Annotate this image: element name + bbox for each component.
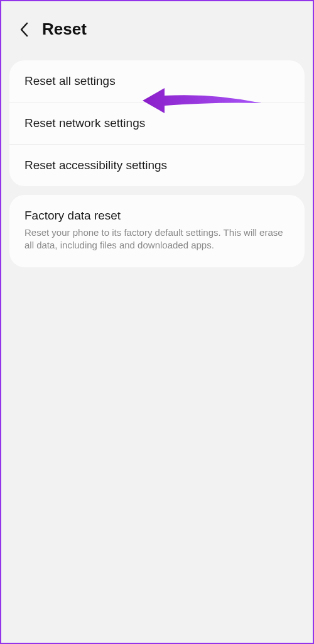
item-label: Reset all settings: [24, 74, 116, 87]
page-header: Reset: [4, 4, 310, 52]
item-title: Factory data reset: [24, 209, 290, 223]
item-reset-all-settings[interactable]: Reset all settings: [9, 60, 305, 103]
item-reset-accessibility-settings[interactable]: Reset accessibility settings: [9, 145, 305, 186]
item-factory-data-reset[interactable]: Factory data reset Reset your phone to i…: [9, 195, 305, 267]
reset-options-group: Reset all settings Reset network setting…: [9, 60, 305, 186]
item-reset-network-settings[interactable]: Reset network settings: [9, 103, 305, 145]
item-label: Reset network settings: [24, 116, 145, 130]
back-icon[interactable]: [18, 23, 31, 36]
page-title: Reset: [42, 19, 87, 39]
factory-reset-group: Factory data reset Reset your phone to i…: [9, 195, 305, 267]
item-label: Reset accessibility settings: [24, 158, 167, 172]
item-description: Reset your phone to its factory default …: [24, 226, 290, 252]
